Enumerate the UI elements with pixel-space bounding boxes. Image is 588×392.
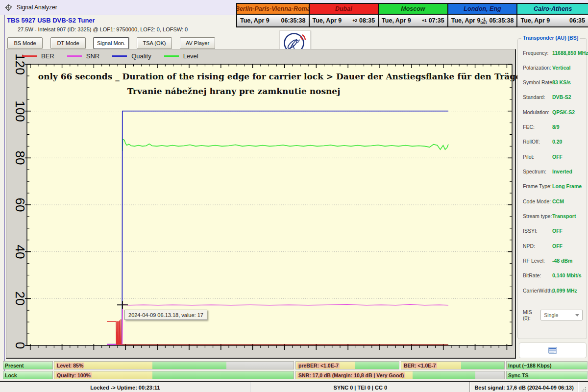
clock-date: Tue, Apr 9 — [240, 17, 270, 24]
resize-grip[interactable] — [579, 382, 588, 392]
clock-time: 05:35:38 — [489, 17, 514, 24]
clock-city-name: Cairo-Athens — [517, 4, 588, 14]
transponder-row: BitRate:0,140 Mbit/s — [523, 272, 584, 279]
window-left-border — [4, 15, 5, 378]
transponder-row: ISSYI:OFF — [523, 228, 584, 234]
bar-fill-segment — [461, 362, 504, 369]
quality-bar: Quality: 100% — [54, 371, 294, 379]
transponder-row: Pilot:OFF — [523, 153, 584, 160]
window-icon — [548, 347, 557, 354]
legend-item-snr: SNR — [67, 52, 99, 60]
transponder-panel-title: Transponder (AU) [BS] — [521, 35, 580, 41]
mis-select[interactable]: Single — [540, 310, 583, 320]
clock-time-row: Tue, Apr 9 06:35:38 — [237, 15, 309, 26]
y-axis-label: 80 — [12, 151, 27, 165]
transponder-row: NPD:OFF — [523, 243, 584, 249]
device-subtitle: 27.5W - Intelsat 907 (ID: 3325) @ LOF1: … — [18, 26, 188, 32]
clock-city-name: Berlin-Paris-Vienna-Roma — [237, 4, 309, 14]
tab-bs-mode[interactable]: BS Mode — [7, 37, 43, 49]
app-icon — [4, 3, 13, 12]
transponder-row: RF Level:-48 dBm — [523, 257, 584, 264]
transponder-row: Symbol Rate:83 KS/s — [523, 79, 584, 86]
chart-annotation-line2: Trvanie nábežnej hrany pre zamknutie nos… — [127, 86, 341, 96]
bar-fill-segment — [413, 371, 475, 379]
chart-legend: BER SNR Quality Level — [22, 52, 198, 60]
status-best-signal: Best signal: 17,6 dB (2024-04-09 06:13) — [470, 382, 578, 392]
transponder-row: Spectrum:Inverted — [523, 169, 584, 175]
clock-time-row: Tue, Apr 9 +2 08:35 — [310, 15, 378, 26]
device-title: TBS 5927 USB DVB-S2 Tuner — [7, 17, 95, 24]
transponder-row: Code Mode:CCM — [523, 198, 584, 204]
clock-time-row: Tue, Apr 9 +1 07:35 — [379, 15, 447, 26]
transponder-panel: Transponder (AU) [BS] Frequency:11688,85… — [517, 38, 587, 339]
transponder-row: FEC:8/9 — [523, 124, 584, 130]
bar-fill-segment — [226, 362, 294, 369]
legend-item-level: Level — [164, 52, 198, 60]
y-axis-label: 100 — [12, 100, 27, 122]
status-sync-counters: SYNC 0 | TEI 0 | CC 0 — [251, 382, 469, 392]
tab-tsa[interactable]: TSA (OK) — [137, 37, 172, 49]
clock-city-name: Dubai — [310, 4, 378, 14]
legend-item-ber: BER — [22, 52, 54, 60]
chart-annotation-line1: only 66 seconds _ Duration of the rising… — [38, 72, 560, 81]
clock-date: Tue, Apr 9 — [382, 17, 411, 24]
chart-tooltip: 2024-04-09 06.13.18, value: 17 — [124, 310, 207, 320]
level-line-swatch — [164, 55, 179, 57]
transponder-row: Modulation:QPSK-S2 — [523, 109, 584, 115]
tab-dt-mode[interactable]: DT Mode — [50, 37, 86, 49]
transponder-row: Frame Type:Long Frame — [523, 183, 584, 190]
mode-tabs: BS Mode DT Mode Signal Mon. TSA (OK) AV … — [7, 37, 215, 49]
status-uptime: Locked -> Uptime: 00:23:11 — [0, 382, 250, 392]
bar-fill-segment — [152, 371, 294, 379]
quality-line-swatch — [112, 55, 127, 57]
open-window-button[interactable] — [519, 343, 587, 358]
tab-av-player[interactable]: AV Player — [180, 37, 215, 49]
mis-row: MIS (0): Single — [523, 309, 583, 321]
lock-indicator: Lock — [3, 371, 53, 379]
transponder-rows: Frequency:11688,850 MHz Polarization:Ver… — [523, 49, 584, 294]
y-axis-label: 0 — [12, 342, 27, 349]
snr-line-swatch — [67, 55, 82, 57]
level-bar: Level: 85% — [54, 361, 294, 369]
clock-time: 06:35:38 — [281, 17, 305, 24]
clock-offset: +1 — [422, 19, 427, 23]
mis-label: MIS (0): — [523, 309, 540, 321]
transponder-row: Frequency:11688,850 MHz — [523, 49, 584, 56]
clock-time: 06:35 — [569, 17, 585, 24]
input-indicator: Input (~188 Kbps) — [506, 361, 588, 369]
y-axis-label: 60 — [12, 198, 27, 212]
y-axis-label: 40 — [12, 245, 27, 259]
clock-date: Tue, Apr 9 — [313, 17, 342, 24]
sync-ts-indicator: Sync TS — [506, 371, 588, 379]
clock-date: Tue, Apr 9 — [451, 17, 481, 24]
window-title: Signal Analyzer — [17, 4, 57, 11]
transponder-row: Standard:DVB-S2 — [523, 94, 584, 100]
clock-offset: -1 — [482, 17, 486, 21]
chevron-down-icon — [575, 314, 579, 317]
clock-time: 07:35 — [429, 17, 444, 24]
signal-status-bars: Present Level: 85% preBER: <1.0E-7 BER: … — [0, 359, 588, 381]
world-clocks: Berlin-Paris-Vienna-Roma Dubai Moscow Lo… — [236, 3, 588, 27]
clock-offset: +2 — [352, 19, 357, 23]
preber-bar: preBER: <1.0E-7 — [295, 361, 399, 369]
transponder-row: Polarization:Vertical — [523, 64, 584, 71]
clock-city-name: Moscow — [379, 4, 447, 14]
y-axis-label: 20 — [12, 292, 27, 306]
clock-city-name: London, Eng — [448, 4, 517, 14]
legend-item-quality: Quality — [112, 52, 151, 60]
snr-bar: SNR: 17,0 dB (Margin: 10,8 dB | Very Goo… — [295, 371, 505, 379]
ber-bar: BER: <1.0E-7 — [401, 361, 505, 369]
transponder-row: Stream type:Transport — [523, 213, 584, 219]
transponder-row: CarrierWidth:0,099 MHz — [523, 287, 584, 294]
bar-fill-segment — [475, 371, 505, 379]
tab-signal-mon[interactable]: Signal Mon. — [94, 37, 129, 49]
transponder-row: RollOff:0.20 — [523, 139, 584, 145]
clock-time-row: Tue, Apr 9 06:35 — [517, 15, 588, 26]
clock-time-row: Tue, Apr 9 -1DST 05:35:38 — [448, 15, 517, 26]
status-line: Locked -> Uptime: 00:23:11 SYNC 0 | TEI … — [0, 381, 588, 392]
ber-line-swatch — [22, 55, 37, 57]
clock-time: 08:35 — [359, 17, 375, 24]
bar-fill-segment — [355, 362, 399, 369]
bar-fill-segment — [152, 362, 226, 369]
clock-date: Tue, Apr 9 — [520, 17, 550, 24]
